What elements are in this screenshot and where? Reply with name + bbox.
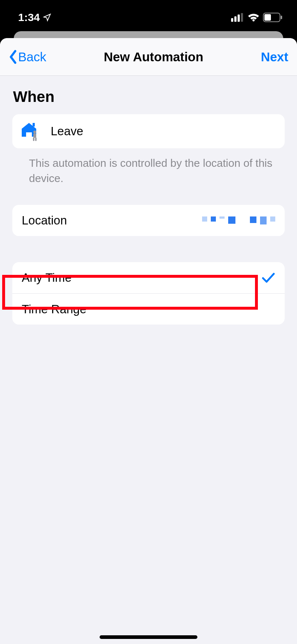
option-any-time[interactable]: Any Time — [12, 262, 285, 293]
status-bar: 1:34 — [0, 0, 297, 34]
section-title: When — [0, 76, 297, 114]
battery-icon — [263, 13, 283, 22]
checkmark-icon — [262, 271, 275, 285]
svg-rect-0 — [231, 18, 233, 22]
svg-rect-7 — [33, 123, 35, 127]
next-button[interactable]: Next — [261, 50, 288, 64]
chevron-left-icon — [9, 50, 17, 64]
content: When Leave — [0, 76, 297, 644]
svg-rect-5 — [281, 16, 282, 19]
location-card[interactable]: Location — [12, 205, 285, 236]
back-label: Back — [18, 50, 46, 64]
svg-rect-11 — [35, 137, 37, 141]
cellular-icon — [231, 13, 244, 22]
svg-rect-2 — [238, 15, 240, 22]
svg-rect-10 — [33, 137, 34, 141]
status-time-text: 1:34 — [18, 11, 40, 24]
status-icons — [231, 13, 283, 22]
option-time-range[interactable]: Time Range — [12, 293, 285, 325]
option-any-time-label: Any Time — [22, 271, 262, 285]
location-value — [202, 216, 275, 224]
wifi-icon — [248, 13, 259, 22]
svg-rect-1 — [234, 16, 237, 22]
nav-bar: Back New Automation Next — [0, 38, 297, 76]
trigger-label: Leave — [51, 124, 275, 138]
svg-point-8 — [33, 131, 36, 133]
option-time-range-label: Time Range — [22, 302, 275, 316]
home-indicator[interactable] — [100, 635, 197, 639]
leave-home-icon — [22, 122, 42, 140]
svg-rect-3 — [241, 13, 243, 22]
trigger-card[interactable]: Leave — [12, 114, 285, 148]
nav-title: New Automation — [104, 50, 204, 64]
svg-rect-9 — [33, 133, 36, 138]
back-button[interactable]: Back — [9, 50, 46, 64]
time-options-card: Any Time Time Range — [12, 262, 285, 325]
location-label: Location — [22, 214, 202, 227]
status-time: 1:34 — [18, 11, 51, 24]
location-arrow-icon — [43, 13, 51, 22]
trigger-footnote: This automation is controlled by the loc… — [0, 148, 297, 186]
svg-rect-6 — [264, 14, 271, 21]
modal-sheet: Back New Automation Next When — [0, 38, 297, 644]
